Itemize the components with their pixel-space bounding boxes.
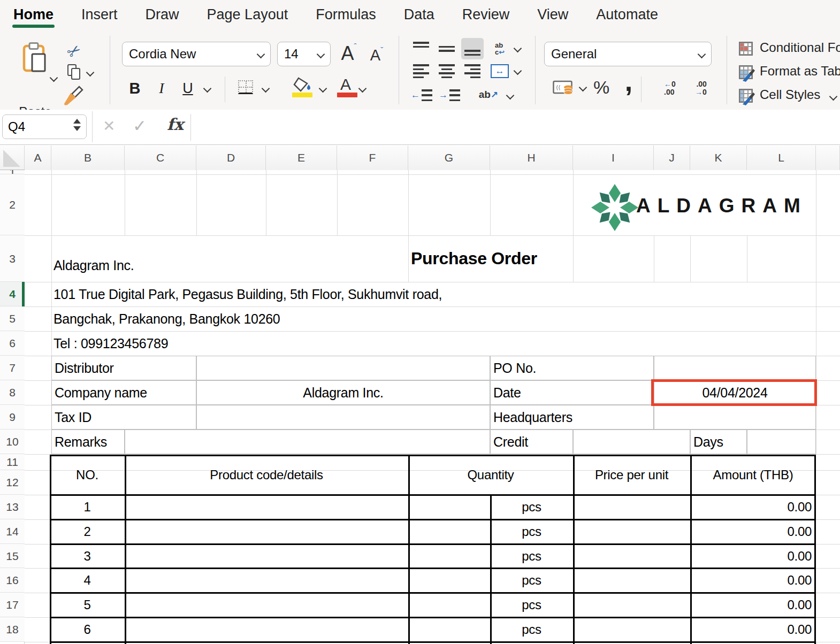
format-as-table-label[interactable]: Format as Tabl: [760, 64, 840, 79]
merge-menu-chevron[interactable]: [514, 67, 522, 75]
cell-styles-chevron[interactable]: [829, 93, 838, 101]
table-row-no[interactable]: 3: [50, 544, 125, 568]
col-header-B[interactable]: B: [51, 145, 125, 170]
address-line-1[interactable]: 101 True Digital Park, Pegasus Building,…: [54, 282, 442, 306]
form-cell[interactable]: [125, 430, 490, 454]
increase-font-icon[interactable]: Aˆ: [337, 41, 361, 66]
font-color-menu-chevron[interactable]: [358, 85, 367, 93]
table-header-amount[interactable]: Amount (THB): [690, 455, 816, 495]
font-color-icon[interactable]: A: [336, 75, 355, 94]
wrap-menu-chevron[interactable]: [514, 44, 522, 53]
table-row-amount[interactable]: 0.00: [690, 617, 812, 642]
tab-automate[interactable]: Automate: [596, 0, 658, 29]
table-row-unit[interactable]: pcs: [490, 519, 573, 544]
form-cell[interactable]: [573, 430, 690, 454]
company-name-value[interactable]: Aldagram Inc.: [196, 380, 490, 405]
col-header-E[interactable]: E: [266, 145, 337, 170]
format-as-table-icon[interactable]: [737, 64, 754, 81]
wrap-text-icon[interactable]: abc↩: [488, 38, 511, 59]
table-row-amount[interactable]: 0.00: [690, 495, 812, 519]
fill-color-icon[interactable]: [292, 76, 314, 93]
align-left-icon[interactable]: [411, 63, 431, 80]
tab-formulas[interactable]: Formulas: [316, 0, 376, 29]
col-header-F[interactable]: F: [337, 145, 408, 170]
table-row-unit[interactable]: pcs: [490, 593, 573, 617]
cell-styles-icon[interactable]: [737, 87, 754, 104]
date-label[interactable]: Date: [493, 380, 521, 405]
distributor-label[interactable]: Distributor: [55, 356, 114, 380]
row-header-7[interactable]: 7: [0, 356, 25, 380]
table-row-unit[interactable]: pcs: [490, 495, 573, 519]
name-box[interactable]: Q4: [2, 114, 87, 139]
col-header-I[interactable]: I: [573, 145, 654, 170]
merge-center-icon[interactable]: ↔: [488, 63, 511, 80]
form-cell[interactable]: [654, 356, 816, 380]
row-header-18[interactable]: 18: [0, 617, 25, 642]
row-header-16[interactable]: 16: [0, 568, 25, 593]
decrease-font-icon[interactable]: Aˇ: [365, 44, 388, 66]
borders-menu-chevron[interactable]: [262, 85, 270, 93]
col-header-D[interactable]: D: [196, 145, 266, 170]
row-header-17[interactable]: 17: [0, 593, 25, 617]
align-middle-icon[interactable]: [437, 40, 457, 57]
orientation-menu-chevron[interactable]: [506, 91, 515, 100]
bold-button[interactable]: B: [126, 78, 143, 99]
row-header-9[interactable]: 9: [0, 405, 25, 430]
row-header-5[interactable]: 5: [0, 306, 25, 331]
borders-icon[interactable]: [237, 79, 254, 96]
form-cell[interactable]: [196, 356, 490, 380]
table-row-amount[interactable]: 0.00: [690, 568, 812, 593]
copy-menu-chevron[interactable]: [86, 68, 95, 77]
document-title[interactable]: Purchase Order: [411, 235, 537, 282]
accounting-format-icon[interactable]: ⟨⟨: [551, 78, 576, 98]
select-all-corner[interactable]: [0, 145, 25, 170]
table-row-no[interactable]: 2: [50, 519, 125, 544]
row-header-1[interactable]: 1: [0, 170, 25, 174]
align-bottom-icon[interactable]: [461, 38, 484, 59]
conditional-formatting-icon[interactable]: [737, 40, 754, 57]
headquarters-label[interactable]: Headquarters: [493, 405, 572, 430]
col-header-J[interactable]: J: [654, 145, 690, 170]
table-row-unit[interactable]: pcs: [490, 544, 573, 568]
row-header-8[interactable]: 8: [0, 380, 25, 405]
days-label[interactable]: Days: [693, 430, 723, 454]
decrease-decimal-icon[interactable]: ←0.00: [656, 79, 684, 98]
underline-button[interactable]: U: [180, 78, 196, 99]
table-row-amount[interactable]: 0.00: [690, 544, 812, 568]
col-header-A[interactable]: A: [25, 145, 51, 170]
row-header-6[interactable]: 6: [0, 331, 25, 356]
col-header-C[interactable]: C: [125, 145, 196, 170]
decrease-indent-icon[interactable]: ←: [410, 86, 433, 104]
credit-label[interactable]: Credit: [493, 430, 528, 454]
align-center-icon[interactable]: [437, 63, 457, 80]
tab-draw[interactable]: Draw: [146, 0, 179, 29]
align-top-icon[interactable]: [411, 40, 431, 57]
table-header-no[interactable]: NO.: [50, 455, 125, 495]
table-row-no[interactable]: 4: [50, 568, 125, 593]
tab-insert[interactable]: Insert: [81, 0, 118, 29]
company-name-line[interactable]: Aldagram Inc.: [54, 235, 134, 278]
increase-indent-icon[interactable]: →: [438, 86, 461, 104]
row-header-3[interactable]: 3: [0, 235, 25, 282]
table-row-unit[interactable]: pcs: [490, 617, 573, 642]
table-row-no[interactable]: 6: [50, 617, 125, 642]
table-header-product[interactable]: Product code/details: [125, 455, 408, 495]
row-header-10[interactable]: 10: [0, 430, 25, 454]
tab-view[interactable]: View: [537, 0, 568, 29]
row-header-14[interactable]: 14: [0, 519, 25, 544]
align-right-icon[interactable]: [462, 63, 483, 80]
tab-review[interactable]: Review: [462, 0, 510, 29]
remarks-label[interactable]: Remarks: [55, 430, 107, 454]
row-header-4[interactable]: 4: [0, 282, 25, 306]
tax-id-label[interactable]: Tax ID: [55, 405, 91, 430]
address-line-2[interactable]: Bangchak, Prakanong, Bangkok 10260: [54, 306, 280, 331]
format-painter-icon[interactable]: [61, 85, 85, 106]
col-header-H[interactable]: H: [490, 145, 573, 170]
company-name-label[interactable]: Company name: [55, 380, 147, 405]
fill-menu-chevron[interactable]: [319, 85, 327, 93]
copy-icon[interactable]: [64, 63, 83, 82]
phone-line[interactable]: Tel : 099123456789: [54, 331, 168, 356]
formula-input[interactable]: [196, 114, 833, 141]
row-header-15[interactable]: 15: [0, 544, 25, 568]
name-box-stepper[interactable]: [73, 119, 81, 131]
